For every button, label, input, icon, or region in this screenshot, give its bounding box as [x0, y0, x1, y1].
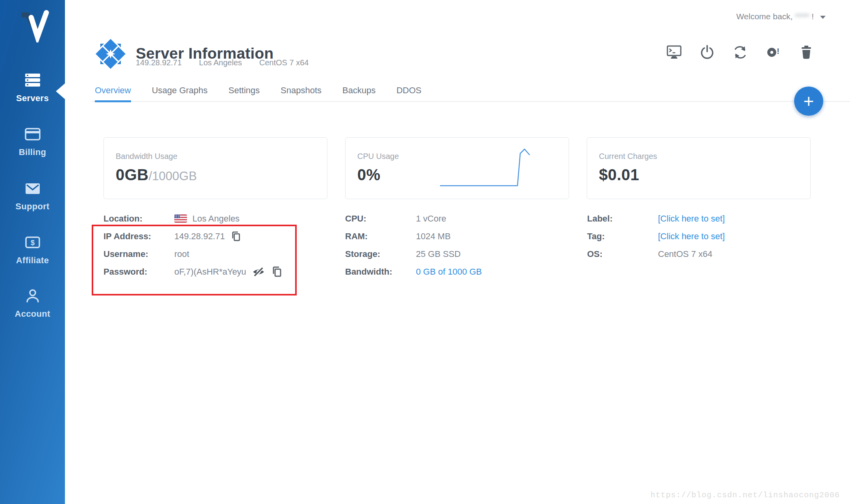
server-ip: 149.28.92.71 — [136, 58, 182, 67]
meta-column: Label: [Click here to set] Tag: [Click h… — [587, 210, 815, 263]
stat-cards: Bandwidth Usage 0GB / 1000GB CPU Usage 0… — [103, 137, 811, 199]
plus-icon: + — [804, 92, 814, 110]
copy-icon — [230, 231, 241, 242]
bandwidth-usage-link[interactable]: 0 GB of 1000 GB — [416, 267, 482, 277]
label-label: Label: — [587, 214, 658, 224]
set-tag-link[interactable]: [Click here to set] — [658, 231, 725, 242]
cpu-usage-card: CPU Usage 0% — [345, 137, 569, 199]
iso-disc-alert-icon: ! — [766, 45, 781, 59]
ip-address-row: IP Address: 149.28.92.71 — [103, 227, 332, 245]
storage-value: 25 GB SSD — [416, 249, 461, 259]
specs-column: CPU: 1 vCore RAM: 1024 MB Storage: 25 GB… — [345, 210, 573, 281]
account-menu[interactable]: Welcome back, ***** ! — [736, 12, 826, 21]
os-label: OS: — [587, 249, 658, 259]
copy-icon — [271, 266, 283, 278]
sidebar-item-billing[interactable]: Billing — [0, 127, 65, 157]
password-row: Password: oF,7)(AsHR*aYeyu — [103, 263, 332, 281]
hide-password-button[interactable] — [252, 266, 265, 277]
sidebar-item-label: Servers — [0, 93, 65, 103]
bandwidth-usage-card: Bandwidth Usage 0GB / 1000GB — [103, 137, 327, 199]
servers-icon — [24, 73, 41, 88]
location-label: Location: — [103, 214, 174, 224]
cpu-usage-value: 0% — [357, 166, 381, 184]
refresh-icon — [733, 45, 748, 60]
ram-value: 1024 MB — [416, 231, 451, 242]
card-label: Current Charges — [599, 152, 657, 161]
current-charges-value: $0.01 — [599, 166, 639, 184]
ip-label: IP Address: — [103, 231, 174, 242]
billing-card-icon — [24, 127, 41, 142]
reinstall-button[interactable] — [733, 45, 748, 60]
server-subtitle: 149.28.92.71 Los Angeles CentOS 7 x64 — [136, 58, 309, 67]
location-row: Location: Los Angeles — [103, 210, 332, 227]
sidebar-item-servers[interactable]: Servers — [0, 73, 65, 103]
page: Servers Billing Support $ Affiliate — [0, 0, 850, 504]
tab-ddos[interactable]: DDOS — [396, 86, 421, 102]
welcome-username-redacted: ***** — [795, 12, 809, 21]
tab-settings[interactable]: Settings — [229, 86, 260, 102]
affiliate-dollar-icon: $ — [24, 235, 41, 250]
sidebar-item-label: Billing — [0, 147, 65, 157]
tab-overview[interactable]: Overview — [95, 86, 131, 102]
bandwidth-row: Bandwidth: 0 GB of 1000 GB — [345, 263, 573, 281]
trash-icon — [800, 45, 813, 60]
set-label-link[interactable]: [Click here to set] — [658, 214, 725, 224]
console-button[interactable] — [667, 45, 682, 60]
tag-label: Tag: — [587, 231, 658, 242]
password-label: Password: — [103, 267, 174, 277]
console-icon — [667, 45, 682, 59]
sidebar-item-account[interactable]: Account — [0, 288, 65, 319]
vultr-logo-icon — [14, 9, 51, 42]
active-item-notch — [56, 83, 65, 99]
username-row: Username: root — [103, 245, 332, 263]
chevron-down-icon[interactable] — [820, 16, 826, 19]
ram-label: RAM: — [345, 231, 416, 242]
bandwidth-used: 0GB — [116, 166, 149, 184]
current-charges-card: Current Charges $0.01 — [587, 137, 811, 199]
cpu-value: 1 vCore — [416, 214, 446, 224]
location-value: Los Angeles — [192, 214, 240, 224]
storage-label: Storage: — [345, 249, 416, 259]
svg-text:$: $ — [30, 239, 34, 247]
cpu-label: CPU: — [345, 214, 416, 224]
support-envelope-icon — [24, 181, 41, 196]
copy-ip-button[interactable] — [230, 231, 241, 242]
cpu-sparkline-line — [440, 149, 530, 186]
deploy-new-server-button[interactable]: + — [794, 87, 823, 116]
tab-snapshots[interactable]: Snapshots — [281, 86, 322, 102]
ip-value: 149.28.92.71 — [174, 231, 225, 242]
welcome-suffix: ! — [811, 12, 814, 21]
storage-row: Storage: 25 GB SSD — [345, 245, 573, 263]
watermark-url: https://blog.csdn.net/linshaocong2006 — [650, 491, 840, 500]
tab-usage-graphs[interactable]: Usage Graphs — [152, 86, 208, 102]
ram-row: RAM: 1024 MB — [345, 227, 573, 245]
username-value: root — [174, 249, 189, 259]
eye-slash-icon — [252, 266, 265, 277]
username-label: Username: — [103, 249, 174, 259]
sidebar-item-label: Support — [0, 201, 65, 212]
iso-alert-button[interactable]: ! — [766, 45, 781, 60]
power-button[interactable] — [700, 45, 715, 60]
svg-text:!: ! — [777, 46, 780, 55]
bandwidth-separator: / — [149, 169, 152, 183]
copy-password-button[interactable] — [271, 266, 283, 278]
password-value: oF,7)(AsHR*aYeyu — [174, 267, 246, 277]
welcome-text: Welcome back, — [736, 12, 793, 21]
sidebar-item-affiliate[interactable]: $ Affiliate — [0, 235, 65, 266]
server-os: CentOS 7 x64 — [259, 58, 309, 67]
card-label: CPU Usage — [357, 152, 399, 161]
bandwidth-total: 1000GB — [152, 169, 197, 183]
bandwidth-label: Bandwidth: — [345, 267, 416, 277]
tab-backups[interactable]: Backups — [342, 86, 375, 102]
os-row: OS: CentOS 7 x64 — [587, 245, 815, 263]
power-icon — [700, 45, 714, 60]
cpu-row: CPU: 1 vCore — [345, 210, 573, 227]
destroy-button[interactable] — [799, 45, 814, 60]
centos-logo-icon — [94, 37, 127, 71]
tag-row: Tag: [Click here to set] — [587, 227, 815, 245]
sidebar-item-label: Affiliate — [0, 255, 65, 266]
tab-bar: Overview Usage Graphs Settings Snapshots… — [95, 86, 421, 102]
sidebar-item-support[interactable]: Support — [0, 181, 65, 212]
us-flag-icon — [174, 214, 187, 223]
sidebar: Servers Billing Support $ Affiliate — [0, 0, 65, 504]
